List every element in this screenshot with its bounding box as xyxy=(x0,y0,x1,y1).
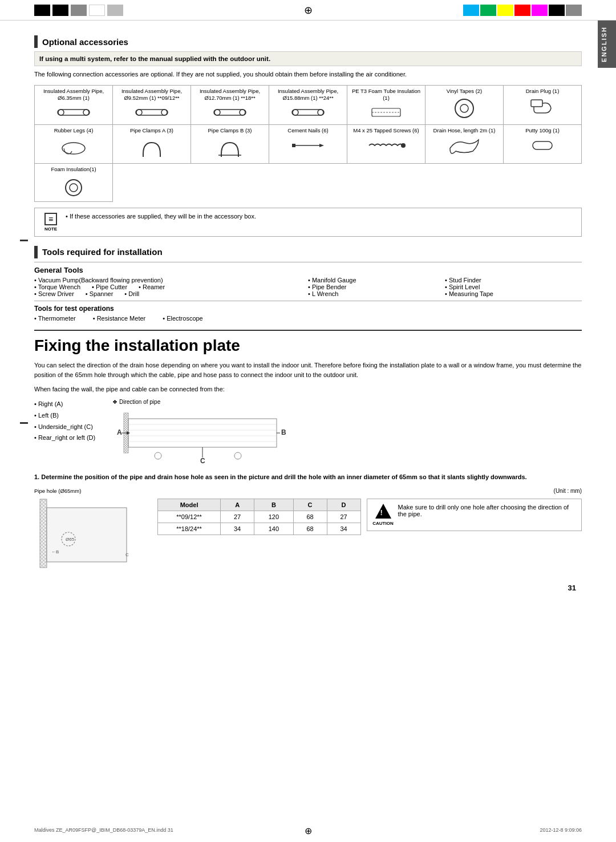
acc-item-vinyl-tapes: Vinyl Tapes (2) xyxy=(425,85,504,125)
model-1-b: 120 xyxy=(254,511,294,523)
tools-heading: Tools required for installation xyxy=(42,247,163,257)
model-1-c: 68 xyxy=(293,511,327,523)
tools-divider xyxy=(34,262,582,262)
svg-point-10 xyxy=(293,110,298,115)
model-table-header: Model A B C D xyxy=(158,499,361,511)
svg-point-11 xyxy=(318,110,323,115)
tool-stud-finder: • Stud Finder xyxy=(445,277,582,284)
tools-col-1: • Vacuum Pump(Backward flowing preventio… xyxy=(34,277,308,297)
note-icon: ≡ NOTE xyxy=(40,213,61,232)
svg-text:B: B xyxy=(281,428,286,436)
acc-item-insulated-pipe-635: Insulated Assembly Pipe, Ø6.35mm (1) xyxy=(35,85,113,125)
english-sidebar: ENGLISH xyxy=(598,21,616,68)
caution-icon: ! CAUTION xyxy=(373,504,394,526)
svg-point-8 xyxy=(240,110,245,115)
model-2-b: 140 xyxy=(254,523,294,535)
color-block-black1 xyxy=(34,5,50,16)
pipe-hole-diagram: Pipe hole (Ø65mm) ←B Ø65 C xyxy=(34,488,148,578)
model-row-2: **18/24** 34 140 68 34 xyxy=(158,523,361,535)
acc-item-foam-tube: PE T3 Foam Tube Insulation (1) xyxy=(347,85,425,125)
optional-accessories-heading-row: Optional accessories xyxy=(34,35,582,48)
color-magenta xyxy=(532,5,548,16)
col-b: B xyxy=(254,499,294,511)
svg-rect-16 xyxy=(531,100,542,107)
svg-text:C: C xyxy=(200,457,205,464)
direction-diagram: ❖ Direction of pipe A B xyxy=(112,399,582,464)
color-block-black2 xyxy=(52,5,68,16)
svg-marker-24 xyxy=(319,144,324,147)
svg-rect-6 xyxy=(214,110,246,115)
acc-item-foam-insulation: Foam Insulation(1) xyxy=(35,163,113,201)
model-row-1: **09/12** 27 120 68 27 xyxy=(158,511,361,523)
acc-icon-rubber-legs xyxy=(59,137,88,157)
optional-accessories-heading: Optional accessories xyxy=(42,37,128,47)
acc-item-pipe-clamps-a: Pipe Clamps A (3) xyxy=(113,125,191,163)
footer: Maldives ZE_AR09FSFP@_IBIM_DB68-03379A_E… xyxy=(34,827,582,833)
tool-spanner: • Spanner xyxy=(86,290,114,297)
direction-rear: • Rear_right or left (D) xyxy=(34,432,95,444)
col-c: C xyxy=(293,499,327,511)
acc-icon-drain-plug xyxy=(528,97,557,120)
direction-section: • Right (A) • Left (B) • Underside_right… xyxy=(34,399,582,464)
tools-col-2: • Manifold Gauge • Pipe Bender • L Wrenc… xyxy=(308,277,445,297)
tool-torque: • Torque Wrench xyxy=(34,284,80,290)
page-container: ⊕ ENGLISH ⊕ Optional accessories If usin… xyxy=(0,0,616,842)
svg-point-15 xyxy=(460,104,468,112)
caution-text: Make sure to drill only one hole after c… xyxy=(398,504,576,517)
svg-point-44 xyxy=(234,452,241,459)
fixing-plate-para2: When facing the wall, the pipe and cable… xyxy=(34,384,582,394)
acc-item-pipe-clamps-b: Pipe Clamps B (3) xyxy=(191,125,269,163)
acc-icon-cement-nails xyxy=(291,137,325,154)
footer-right: 2012-12-8 9:09:06 xyxy=(540,827,582,833)
acc-icon-foam-insulation xyxy=(59,175,88,198)
color-block-gray1 xyxy=(71,5,87,16)
svg-text:A: A xyxy=(117,428,122,436)
model-section: (Unit : mm) Model A B C D xyxy=(157,488,582,535)
tool-pipe-bender: • Pipe Bender xyxy=(308,284,445,290)
tool-lwrench: • L Wrench xyxy=(308,290,445,297)
acc-icon-putty xyxy=(528,137,557,154)
fixing-plate-heading: Fixing the installation plate xyxy=(34,330,582,355)
col-a: A xyxy=(221,499,254,511)
note-symbol: ≡ xyxy=(44,213,57,225)
acc-icon-pipe-clamps-a xyxy=(137,137,166,160)
svg-rect-25 xyxy=(292,144,295,147)
tool-electroscope: • Electroscope xyxy=(163,315,203,322)
direction-underside: • Underside_right (C) xyxy=(34,422,95,433)
direction-left: • Left (B) xyxy=(34,410,95,422)
svg-rect-0 xyxy=(58,110,90,115)
svg-rect-32 xyxy=(128,419,277,447)
color-block-gray2 xyxy=(107,5,123,16)
svg-point-28 xyxy=(66,180,82,196)
svg-point-5 xyxy=(161,110,167,115)
svg-text:←B: ←B xyxy=(51,549,59,554)
pipe-hole-svg: ←B Ø65 C xyxy=(34,496,148,576)
acc-icon-vinyl-tapes xyxy=(450,97,479,120)
accessories-row-1: Insulated Assembly Pipe, Ø6.35mm (1) Ins… xyxy=(35,85,582,125)
acc-icon-pipe4 xyxy=(291,104,325,121)
main-content: Optional accessories If using a multi sy… xyxy=(0,21,616,604)
acc-item-drain-hose: Drain Hose, length 2m (1) xyxy=(425,125,504,163)
tool-pipe-cutter: • Pipe Cutter xyxy=(92,284,127,290)
col-d: D xyxy=(327,499,360,511)
color-block-white1 xyxy=(89,5,105,16)
model-name-1: **09/12** xyxy=(158,511,221,523)
model-name-2: **18/24** xyxy=(158,523,221,535)
general-tools-heading: General Tools xyxy=(34,266,582,274)
fixing-plate-para1: You can select the direction of the drai… xyxy=(34,361,582,380)
note-text: • If these accessories are supplied, the… xyxy=(66,213,256,220)
tools-row-torque: • Torque Wrench • Pipe Cutter • Reamer xyxy=(34,284,308,290)
acc-icon-pipe-clamps-b xyxy=(216,137,244,160)
svg-rect-9 xyxy=(292,110,324,115)
top-bar-left xyxy=(34,5,123,16)
compass-top: ⊕ xyxy=(304,4,313,17)
acc-item-cement-nails: Cement Nails (6) xyxy=(269,125,347,163)
model-1-d: 27 xyxy=(327,511,360,523)
acc-item-rubber-legs: Rubber Legs (4) xyxy=(35,125,113,163)
tools-row-screw: • Screw Driver • Spanner • Drill xyxy=(34,290,308,297)
color-green xyxy=(480,5,496,16)
general-tools-list: • Vacuum Pump(Backward flowing preventio… xyxy=(34,277,582,297)
model-caution-row: Model A B C D **09/12** 27 120 xyxy=(157,499,582,535)
page-number: 31 xyxy=(34,584,582,592)
tool-manifold: • Manifold Gauge xyxy=(308,277,445,284)
